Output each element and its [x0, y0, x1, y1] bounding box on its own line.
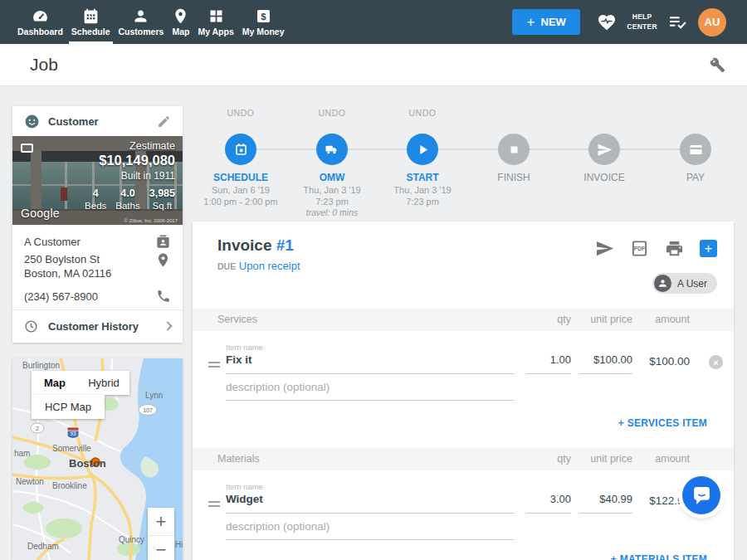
svg-text:Hi: Hi — [175, 540, 183, 549]
help-center-link[interactable]: HELPCENTER — [627, 12, 657, 32]
svg-text:ham: ham — [14, 449, 30, 458]
zoom-out-button[interactable]: − — [148, 536, 174, 560]
page-title: Job — [30, 55, 58, 75]
service-item-row: Item name Fix it 1.00 $100.00 $100.00 × … — [193, 343, 734, 417]
assignee-name: A User — [677, 278, 707, 290]
page-header: Job — [0, 44, 747, 86]
send-invoice-icon[interactable] — [595, 239, 614, 258]
drag-handle-icon[interactable] — [208, 501, 220, 509]
contact-card-icon[interactable] — [155, 234, 171, 250]
customer-phone-row: (234) 567-8900 — [24, 287, 171, 305]
apps-grid-icon — [208, 7, 225, 25]
svg-text:Boston: Boston — [69, 457, 106, 470]
start-step-icon[interactable] — [407, 134, 438, 165]
services-header: Services qty unit price amount — [193, 309, 734, 331]
svg-text:93: 93 — [70, 431, 76, 436]
service-description-input[interactable]: description (optional) — [226, 381, 515, 401]
customer-card: Customer Zestimate $10,149,080 Built in … — [12, 106, 183, 343]
job-tools-icon[interactable] — [710, 57, 725, 73]
map-button[interactable]: Map — [32, 371, 78, 395]
nav-map[interactable]: Map — [168, 0, 193, 44]
nav-dashboard[interactable]: Dashboard — [13, 0, 67, 44]
nav-my-apps[interactable]: My Apps — [193, 0, 237, 44]
svg-text:Brookline: Brookline — [52, 481, 87, 490]
invoice-card: Invoice #1 DUE Upon receipt PDF + A User… — [193, 222, 734, 560]
step-pay: PAY — [650, 108, 741, 183]
location-pin-icon[interactable] — [155, 252, 171, 268]
materials-header: Materials qty unit price amount — [193, 448, 734, 470]
print-icon[interactable] — [665, 239, 684, 258]
due-label: DUE — [217, 261, 236, 271]
svg-text:PDF: PDF — [634, 246, 645, 251]
omw-step-icon[interactable] — [316, 134, 348, 165]
checklist-icon[interactable] — [667, 12, 688, 32]
svg-text:Dedham: Dedham — [27, 542, 59, 551]
nav-schedule[interactable]: Schedule — [67, 0, 115, 44]
svg-text:2: 2 — [36, 426, 39, 431]
new-button[interactable]: +NEW — [512, 9, 580, 35]
service-name-input[interactable]: Fix it — [226, 353, 515, 374]
nav-my-money[interactable]: $ My Money — [238, 0, 289, 44]
remove-service-icon[interactable]: × — [709, 355, 723, 369]
google-logo: Google — [21, 207, 60, 220]
finish-step-icon[interactable] — [498, 134, 530, 165]
dashboard-icon — [32, 7, 49, 25]
assignee-avatar-icon — [654, 275, 671, 292]
material-description-input[interactable]: description (optional) — [226, 520, 515, 540]
assignee-chip[interactable]: A User — [652, 273, 717, 294]
customer-name-row: A Customer — [24, 232, 171, 251]
customer-history-row[interactable]: Customer History — [24, 310, 171, 342]
zoom-in-button[interactable]: + — [148, 508, 174, 535]
hybrid-button[interactable]: Hybrid — [78, 371, 129, 395]
zestimate-value: $10,149,080 — [99, 153, 175, 168]
user-avatar[interactable]: AU — [698, 8, 726, 37]
svg-text:Burlington: Burlington — [22, 361, 60, 370]
chat-bubble-button[interactable] — [682, 476, 720, 514]
phone-icon[interactable] — [156, 289, 171, 304]
material-item-row: Item name Widget 3.00 $40.99 $122.97 × d… — [193, 482, 734, 557]
chat-icon — [691, 485, 713, 507]
map-pin-icon — [172, 7, 189, 25]
material-qty-input[interactable]: 3.00 — [526, 493, 571, 514]
address-line2: Boston, MA 02116 — [24, 266, 111, 280]
step-invoice: INVOICE — [559, 108, 650, 183]
edit-pencil-icon[interactable] — [157, 114, 171, 129]
history-icon — [24, 319, 38, 334]
built-year: Built in 1911 — [99, 170, 175, 182]
svg-text:Somerville: Somerville — [52, 444, 91, 453]
map-card: Burlington Lynn Somerville ham Newton Br… — [12, 358, 183, 560]
svg-text:107: 107 — [143, 407, 153, 413]
add-material-link[interactable]: + MATERIALS ITEM — [611, 553, 707, 560]
zestimate-label: Zestimate — [99, 140, 175, 152]
add-invoice-button[interactable]: + — [700, 240, 717, 257]
service-qty-input[interactable]: 1.00 — [526, 353, 571, 374]
step-start: UNDO START Thu, Jan 3 '197:23 pm — [377, 108, 468, 207]
undo-omw[interactable]: UNDO — [286, 108, 378, 118]
invoice-step-icon[interactable] — [588, 134, 620, 165]
step-omw: UNDO OMW Thu, Jan 3 '197:23 pmtravel: 0 … — [286, 108, 378, 219]
nav-customers[interactable]: Customers — [115, 0, 168, 44]
map-zoom-control: + − — [148, 508, 174, 560]
step-finish: FINISH — [468, 108, 559, 183]
pdf-icon[interactable]: PDF — [630, 239, 649, 258]
streetview-icon — [21, 144, 33, 153]
schedule-step-icon[interactable] — [225, 134, 256, 165]
undo-start[interactable]: UNDO — [377, 108, 468, 118]
service-price-input[interactable]: $100.00 — [579, 353, 632, 374]
step-schedule: UNDO SCHEDULE Sun, Jan 6 '191:00 pm - 2:… — [195, 108, 286, 207]
undo-schedule[interactable]: UNDO — [195, 108, 286, 118]
pay-step-icon[interactable] — [680, 134, 711, 165]
invoice-title: Invoice #1 — [217, 236, 294, 255]
health-heart-icon[interactable] — [597, 12, 617, 32]
hcp-map-button[interactable]: HCP Map — [32, 395, 105, 419]
invoice-number[interactable]: #1 — [276, 236, 294, 254]
photo-copyright: © Zillow, Inc. 2006-2017 — [124, 218, 178, 223]
property-photo: Zestimate $10,149,080 Built in 1911 4Bed… — [12, 136, 183, 225]
material-name-input[interactable]: Widget — [226, 493, 515, 514]
material-price-input[interactable]: $40.99 — [579, 493, 632, 514]
add-service-link[interactable]: + SERVICES ITEM — [618, 417, 707, 429]
top-navbar: Dashboard Schedule Customers Map My Apps… — [0, 0, 747, 44]
schedule-icon — [82, 7, 100, 25]
due-value-link[interactable]: Upon receipt — [239, 260, 300, 272]
drag-handle-icon[interactable] — [208, 362, 220, 370]
